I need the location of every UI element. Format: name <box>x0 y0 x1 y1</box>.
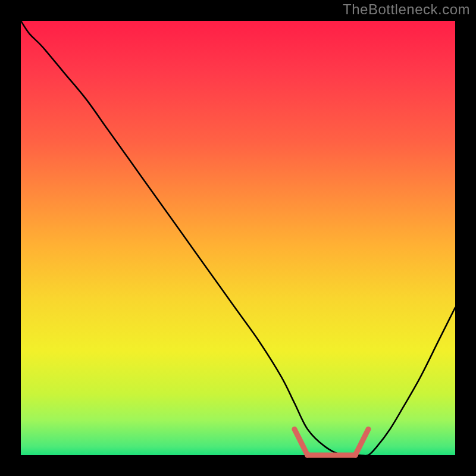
minimum-marker-left <box>295 429 308 455</box>
curve-layer <box>21 21 455 455</box>
minimum-marker-right <box>355 429 368 455</box>
plot-area <box>21 21 455 455</box>
bottleneck-curve <box>21 21 455 456</box>
chart-container: TheBottleneck.com <box>0 0 476 476</box>
watermark-label: TheBottleneck.com <box>343 1 470 18</box>
